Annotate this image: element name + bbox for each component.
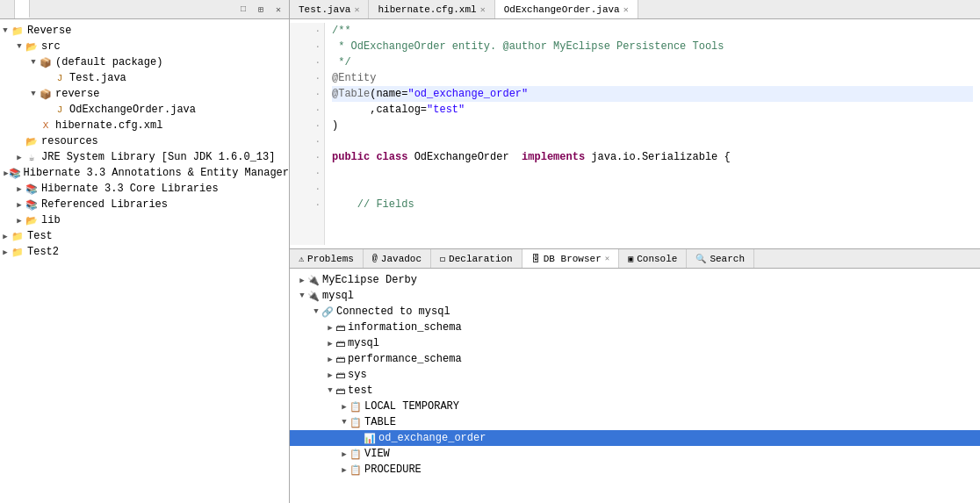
tree-arrow: ▼ (0, 26, 11, 35)
bottom-tab-icon: 🗄 (531, 254, 540, 264)
db-tree-item-mysql[interactable]: ▼ 🔌 mysql (290, 288, 980, 304)
db-tree-item-derby[interactable]: ▶ 🔌 MyEclipse Derby (290, 272, 980, 288)
maximize-icon[interactable]: ⊞ (254, 3, 268, 17)
tree-node-icon: J (53, 103, 67, 117)
tree-node-label: Referenced Libraries (41, 198, 168, 211)
editor-tab-hibernate-cfg-xml[interactable]: hibernate.cfg.xml✕ (369, 0, 494, 18)
db-tree-arrow: ▼ (311, 307, 321, 316)
tree-item-hibernate-core[interactable]: ▶ 📚 Hibernate 3.3 Core Libraries (0, 181, 289, 197)
tree-item-lib[interactable]: ▶ 📂 lib (0, 212, 289, 228)
editor-tab-odexchangeorder-java[interactable]: OdExchangeOrder.java✕ (495, 0, 638, 18)
tree-arrow: ▶ (14, 216, 25, 226)
tree-node-label: (default package) (55, 56, 162, 68)
db-node-icon: 📊 (364, 433, 376, 444)
db-tree-item-table[interactable]: ▼ 📋 TABLE (290, 414, 980, 430)
right-panel: Test.java✕hibernate.cfg.xml✕OdExchangeOr… (290, 0, 980, 503)
tab-hierarchy[interactable] (15, 0, 30, 18)
db-tree-item-information-schema[interactable]: ▶ 🗃 information_schema (290, 320, 980, 335)
tab-close-icon[interactable]: ✕ (623, 4, 629, 15)
tab-close-icon[interactable]: ✕ (354, 4, 359, 15)
bottom-tab-problems[interactable]: ⚠Problems (290, 249, 364, 268)
tree-node-label: Hibernate 3.3 Core Libraries (41, 183, 219, 195)
close-panel-icon[interactable]: ✕ (271, 3, 285, 17)
code-editor[interactable]: /** * OdExchangeOrder entity. @author My… (325, 23, 980, 245)
tab-package-explorer[interactable] (0, 0, 15, 18)
tree-item-odexchange[interactable]: J OdExchangeOrder.java (0, 102, 289, 118)
bottom-tab-close-icon[interactable]: ✕ (605, 254, 609, 263)
db-tree-arrow: ▶ (325, 355, 335, 364)
db-node-label: mysql (348, 337, 379, 349)
db-tree-item-test-db[interactable]: ▼ 🗃 test (290, 383, 980, 399)
bottom-tab-icon: ◻ (440, 254, 445, 264)
tab-close-icon[interactable]: ✕ (480, 4, 486, 15)
bottom-tab-label: DB Browser (544, 254, 602, 264)
db-node-label: PROCEDURE (364, 463, 422, 476)
db-tree-item-local-temp[interactable]: ▶ 📋 LOCAL TEMPORARY (290, 399, 980, 414)
code-area[interactable]: · · · · · · · · · · · · /** * OdExchange… (290, 19, 980, 248)
tree-item-test2[interactable]: ▶ 📁 Test2 (0, 244, 289, 260)
tree-node-label: Test.java (69, 72, 126, 84)
db-node-icon: 🗃 (335, 370, 345, 381)
db-node-icon: 🔌 (307, 291, 320, 302)
tree-item-hibernate-ann[interactable]: ▶ 📚 Hibernate 3.3 Annotations & Entity M… (0, 165, 289, 181)
tree-item-reverse-pkg[interactable]: ▼ 📦 reverse (0, 86, 289, 102)
db-node-icon: 🗃 (335, 385, 345, 397)
tree-node-icon: 📂 (25, 40, 39, 54)
editor-tab-test-java[interactable]: Test.java✕ (290, 0, 369, 18)
tree-node-label: Reverse (27, 25, 71, 37)
tree-node-icon: 📚 (9, 166, 21, 180)
tree-item-ref-libs[interactable]: ▶ 📚 Referenced Libraries (0, 197, 289, 212)
tree-item-default-pkg[interactable]: ▼ 📦 (default package) (0, 54, 289, 70)
db-node-label: information_schema (348, 321, 462, 334)
tree-item-test-java[interactable]: J Test.java (0, 70, 289, 86)
tree-item-hibernate-cfg[interactable]: X hibernate.cfg.xml (0, 118, 289, 133)
db-node-label: sys (348, 369, 367, 381)
tree-arrow: ▶ (14, 184, 25, 194)
bottom-tab-icon: ⚠ (299, 254, 304, 264)
db-tree-arrow: ▶ (325, 370, 335, 380)
tree-item-reverse[interactable]: ▼ 📁 Reverse (0, 23, 289, 39)
db-tree-arrow: ▶ (297, 276, 307, 285)
db-node-icon: 🔌 (307, 275, 320, 286)
db-tree-item-performance-schema[interactable]: ▶ 🗃 performance_schema (290, 351, 980, 367)
db-node-label: test (348, 384, 373, 397)
db-node-icon: 📋 (349, 417, 362, 428)
db-node-icon: 🔗 (321, 306, 334, 318)
bottom-tabs: ⚠Problems@Javadoc◻Declaration🗄DB Browser… (290, 249, 980, 269)
tree-node-label: JRE System Library [Sun JDK 1.6.0_13] (41, 151, 275, 163)
db-tree-item-sys[interactable]: ▶ 🗃 sys (290, 367, 980, 383)
editor-tab-label: OdExchangeOrder.java (504, 4, 620, 15)
bottom-tab-declaration[interactable]: ◻Declaration (431, 249, 522, 268)
tree-node-icon: X (39, 119, 53, 133)
db-node-label: Connected to mysql (336, 305, 450, 318)
db-tree-arrow: ▶ (339, 449, 349, 459)
bottom-tab-db-browser[interactable]: 🗄DB Browser✕ (522, 249, 619, 268)
tree-arrow: ▼ (28, 58, 39, 67)
tree-item-src[interactable]: ▼ 📂 src (0, 39, 289, 54)
minimize-icon[interactable]: □ (236, 3, 250, 17)
db-node-label: MyEclipse Derby (322, 274, 417, 286)
tree-item-jre[interactable]: ▶ ☕ JRE System Library [Sun JDK 1.6.0_13… (0, 149, 289, 165)
db-tree-item-connected-mysql[interactable]: ▼ 🔗 Connected to mysql (290, 304, 980, 320)
db-tree-item-procedure[interactable]: ▶ 📋 PROCEDURE (290, 462, 980, 478)
line-numbers: · · · · · · · · · · · · (290, 23, 325, 245)
bottom-tab-javadoc[interactable]: @Javadoc (364, 249, 431, 268)
db-tree-arrow: ▼ (297, 291, 307, 300)
tree-node-icon: ☕ (25, 150, 39, 164)
tree-node-icon: 📚 (25, 182, 39, 196)
db-tree-arrow: ▼ (339, 418, 349, 427)
tree-node-label: Hibernate 3.3 Annotations & Entity Manag… (24, 167, 289, 179)
db-node-label: TABLE (364, 416, 396, 428)
tree-node-icon: J (53, 71, 67, 85)
panel-tabs: □ ⊞ ✕ (0, 0, 289, 19)
tree-item-test1[interactable]: ▶ 📁 Test (0, 228, 289, 244)
db-tree-item-mysql-db[interactable]: ▶ 🗃 mysql (290, 335, 980, 351)
tree-item-resources[interactable]: 📂 resources (0, 133, 289, 149)
tree-node-label: resources (41, 135, 98, 147)
db-tree-item-view[interactable]: ▶ 📋 VIEW (290, 446, 980, 462)
db-browser-content: ▶ 🔌 MyEclipse Derby ▼ 🔌 mysql ▼ 🔗 Connec… (290, 269, 980, 503)
db-tree-item-od-exchange-order[interactable]: 📊 od_exchange_order (290, 430, 980, 446)
bottom-tab-label: Javadoc (381, 254, 422, 264)
bottom-tab-search[interactable]: 🔍Search (687, 249, 754, 268)
bottom-tab-console[interactable]: ▣Console (619, 249, 687, 268)
